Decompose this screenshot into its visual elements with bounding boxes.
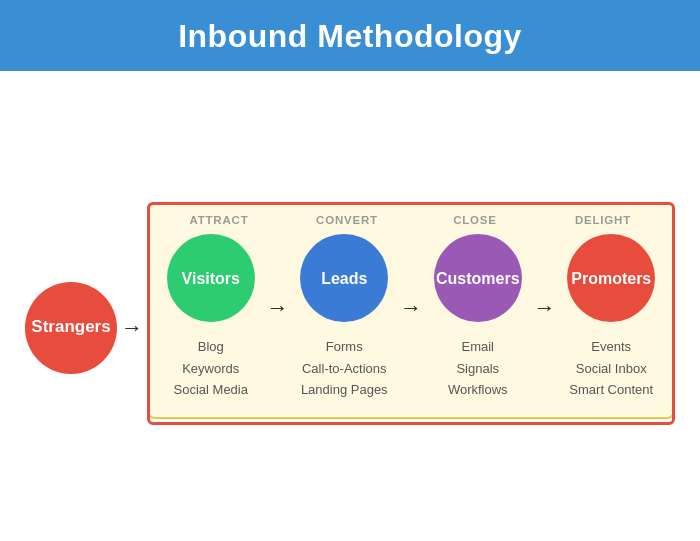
attract-label: ATTRACT	[155, 214, 283, 226]
delight-phase: Promoters EventsSocial InboxSmart Conten…	[556, 234, 668, 400]
convert-phase: Leads FormsCall-to-ActionsLanding Pages	[289, 234, 401, 400]
attract-phase: Visitors BlogKeywordsSocial Media	[155, 234, 267, 400]
phases-labels-row: ATTRACT CONVERT CLOSE DELIGHT	[155, 214, 667, 226]
convert-tools: FormsCall-to-ActionsLanding Pages	[301, 336, 388, 400]
outer-arrow-1: →	[121, 315, 143, 341]
visitors-label: Visitors	[182, 269, 240, 288]
leads-circle: Leads	[300, 234, 388, 322]
attract-tools: BlogKeywordsSocial Media	[174, 336, 248, 400]
customers-circle: Customers	[434, 234, 522, 322]
inner-arrow-1: →	[267, 295, 289, 321]
page-title: Inbound Methodology	[0, 18, 700, 55]
delight-tools: EventsSocial InboxSmart Content	[569, 336, 653, 400]
inner-arrow-2: →	[400, 295, 422, 321]
strangers-label: Strangers	[31, 317, 110, 337]
delight-label: DELIGHT	[539, 214, 667, 226]
customers-label: Customers	[436, 269, 520, 288]
close-phase: Customers EmailSignalsWorkflows	[422, 234, 534, 400]
strangers-col: Strangers	[25, 248, 117, 374]
header: Inbound Methodology	[0, 0, 700, 71]
content-area: Strangers → ATTRACT CONVERT CLOSE DELIGH…	[0, 71, 700, 540]
close-label: CLOSE	[411, 214, 539, 226]
convert-label: CONVERT	[283, 214, 411, 226]
phases-content-row: Visitors BlogKeywordsSocial Media → Lead…	[155, 234, 667, 400]
visitors-circle: Visitors	[167, 234, 255, 322]
promoters-circle: Promoters	[567, 234, 655, 322]
inner-arrow-3: →	[534, 295, 556, 321]
phases-outer: ATTRACT CONVERT CLOSE DELIGHT Visitors B…	[147, 202, 675, 418]
promoters-label: Promoters	[571, 269, 651, 288]
leads-label: Leads	[321, 269, 367, 288]
strangers-circle: Strangers	[25, 282, 117, 374]
full-diagram-row: Strangers → ATTRACT CONVERT CLOSE DELIGH…	[25, 202, 675, 418]
close-tools: EmailSignalsWorkflows	[448, 336, 508, 400]
